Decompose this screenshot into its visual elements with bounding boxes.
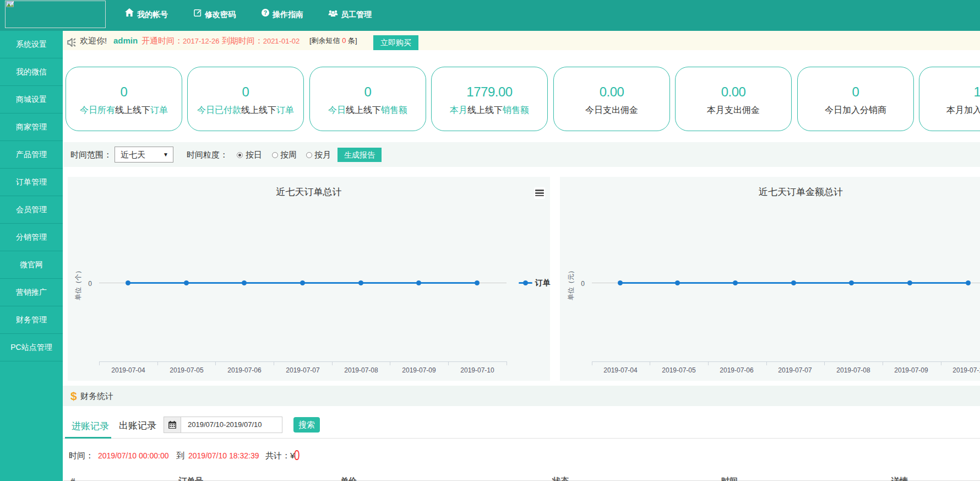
svg-text:?: ? bbox=[264, 9, 267, 16]
